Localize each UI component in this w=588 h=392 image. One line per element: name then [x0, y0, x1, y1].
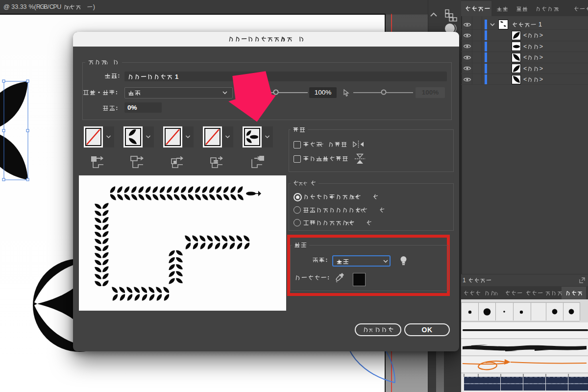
- svg-text:>: >: [539, 43, 543, 50]
- svg-text:3: 3: [11, 3, 15, 10]
- svg-text:<: <: [523, 32, 527, 39]
- svg-text:1: 1: [463, 277, 466, 284]
- svg-text:>: >: [539, 65, 543, 72]
- svg-text:>: >: [539, 54, 543, 61]
- svg-text:<: <: [523, 43, 527, 50]
- svg-text:%: %: [29, 3, 34, 10]
- svg-text:3: 3: [15, 3, 18, 10]
- svg-text:1: 1: [539, 21, 542, 28]
- svg-text:): ): [93, 3, 95, 10]
- svg-text:<: <: [523, 76, 527, 83]
- svg-text:>: >: [539, 76, 543, 83]
- svg-text:U: U: [57, 3, 61, 10]
- svg-text:>: >: [539, 32, 543, 39]
- svg-text:<: <: [523, 54, 527, 61]
- svg-text:@: @: [3, 3, 10, 10]
- svg-text:3: 3: [20, 3, 24, 10]
- svg-text:<: <: [523, 65, 527, 72]
- svg-text:3: 3: [24, 3, 27, 10]
- svg-text:1: 1: [175, 73, 178, 80]
